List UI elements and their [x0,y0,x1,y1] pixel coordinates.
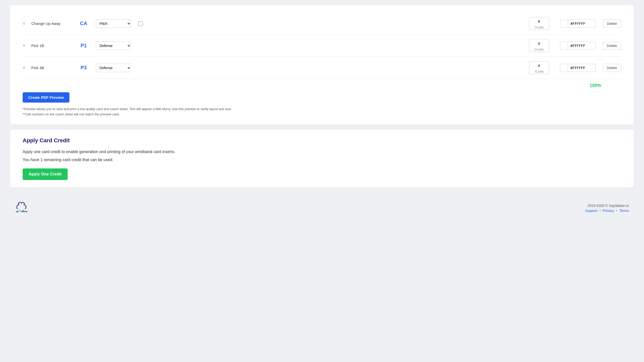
color-hex-input[interactable] [568,20,596,28]
color-hex-input[interactable] [568,64,596,72]
apply-card-section: Apply Card Credit Apply one card credit … [10,130,634,188]
play-type-select[interactable]: Pitch Defense Offense Special [96,64,131,72]
note1: *Preview allows you to view and print a … [23,107,621,112]
dot-separator: • [599,209,601,213]
cell-count-input[interactable] [529,17,549,25]
apply-card-title: Apply Card Credit [23,137,621,144]
privacy-link[interactable]: Privacy [603,209,614,213]
percentage-value: 100% [590,83,601,88]
play-abbr: CA [74,21,94,26]
delete-button[interactable]: Delete [603,20,621,28]
checkbox-area [133,21,148,26]
copyright-text: 2019-2020 © 3up3down.io [585,204,629,208]
apply-credit-button[interactable]: Apply One Credit [23,168,68,180]
plays-card: ≡ Change Up Away CA Pitch Defense Offens… [10,5,634,125]
play-name: Pick 1B [31,43,72,48]
note-text: *Preview allows you to view and print a … [23,107,621,117]
apply-card-desc2: You have 1 remaining card credit that ca… [23,157,621,163]
drag-handle-icon[interactable]: ≡ [23,21,25,26]
play-name: Change Up Away [31,21,72,26]
cell-count-area: -9 cells [525,17,553,30]
play-abbr: P3 [74,65,94,71]
delete-button[interactable]: Delete [603,64,621,72]
play-type-select[interactable]: Pitch Defense Offense Special [96,19,131,28]
color-area [560,20,596,28]
cell-count-area: -6 cells [525,39,553,52]
color-area [560,64,596,72]
cell-count-input[interactable] [529,39,549,47]
play-abbr: P1 [74,43,94,49]
terms-link[interactable]: Terms [619,209,629,213]
percentage-row: 100% [23,79,621,92]
table-row: ≡ Pick 1B P1 Pitch Defense Offense Speci… [23,35,621,57]
table-row: ≡ Change Up Away CA Pitch Defense Offens… [23,13,621,35]
cell-count-area: -6 cells [525,61,553,74]
cell-label: -9 cells [529,25,549,30]
play-type-select[interactable]: Pitch Defense Offense Special [96,41,131,50]
svg-text:up: up [16,210,19,213]
color-swatch[interactable] [560,42,568,50]
dot-separator: • [616,209,617,213]
cell-label: -6 cells [529,69,549,74]
play-name: Pick 3B [31,66,72,70]
footer-logo: up down .io [15,200,28,213]
cell-label: -6 cells [529,47,549,52]
play-checkbox[interactable] [138,21,143,26]
delete-button[interactable]: Delete [603,42,621,50]
footer-nav: Support • Privacy • Terms [585,209,629,213]
color-area [560,42,596,50]
footer-links: 2019-2020 © 3up3down.io Support • Privac… [585,204,629,213]
footer: up down .io 2019-2020 © 3up3down.io Supp… [10,193,634,215]
color-swatch[interactable] [560,20,568,28]
svg-text:.io: .io [25,211,27,212]
support-link[interactable]: Support [585,209,597,213]
color-hex-input[interactable] [568,42,596,50]
drag-handle-icon[interactable]: ≡ [23,43,25,48]
create-pdf-button[interactable]: Create PDF Preview [23,92,69,103]
table-row: ≡ Pick 3B P3 Pitch Defense Offense Speci… [23,57,621,79]
cell-count-input[interactable] [529,61,549,69]
note2: **Cell numbers on the coach sheet will n… [23,112,621,117]
color-swatch[interactable] [560,64,568,72]
brand-logo-icon: up down .io [15,200,28,213]
apply-card-desc1: Apply one card credit to enable generati… [23,149,621,155]
drag-handle-icon[interactable]: ≡ [23,65,25,70]
